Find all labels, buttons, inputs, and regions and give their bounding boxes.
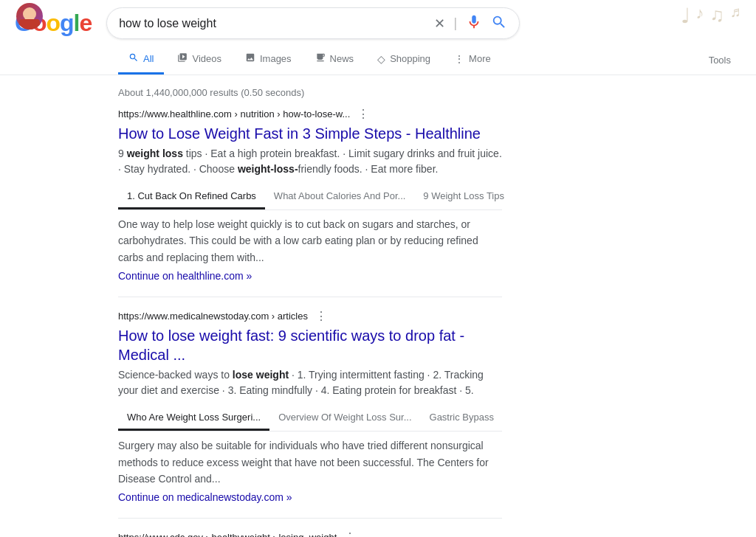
result-options-icon[interactable]: ⋮ xyxy=(344,530,356,537)
results-area: About 1,440,000,000 results (0.50 second… xyxy=(0,75,517,537)
tab-images-label: Images xyxy=(260,53,292,64)
continue-link[interactable]: Continue on healthline.com » xyxy=(118,270,252,282)
search-input[interactable]: how to lose weight xyxy=(119,17,426,30)
more-icon: ⋮ xyxy=(454,53,464,65)
result-url-text: https://www.cdc.gov › healthyweight › lo… xyxy=(118,532,337,537)
result-divider xyxy=(118,518,502,519)
result-title-link[interactable]: How to lose weight fast: 9 scientific wa… xyxy=(118,328,464,363)
result-snippet: 9 weight loss tips · Eat a high protein … xyxy=(118,146,502,177)
result-subtabs: Who Are Weight Loss Surgeri... Overview … xyxy=(118,406,502,432)
result-item: https://www.healthline.com › nutrition ›… xyxy=(118,107,502,282)
images-icon xyxy=(245,52,255,65)
tab-all[interactable]: All xyxy=(118,45,164,75)
subtab-gastric[interactable]: Gastric Bypass xyxy=(421,406,503,431)
videos-icon xyxy=(177,52,188,65)
subtab-calories[interactable]: What About Calories And Por... xyxy=(265,184,415,209)
result-body-text: One way to help lose weight quickly is t… xyxy=(118,216,502,266)
tab-images[interactable]: Images xyxy=(235,45,302,75)
music-notes-decoration: ♩ ♪ ♫ ♬ xyxy=(681,4,742,28)
tab-shopping[interactable]: ◇ Shopping xyxy=(367,46,441,75)
logo-avatar xyxy=(16,3,43,30)
results-count: About 1,440,000,000 results (0.50 second… xyxy=(118,81,502,107)
result-options-icon[interactable]: ⋮ xyxy=(315,309,327,323)
subtab-9tips[interactable]: 9 Weight Loss Tips xyxy=(414,184,513,209)
tools-button[interactable]: Tools xyxy=(698,47,741,73)
result-snippet: Science-backed ways to lose weight · 1. … xyxy=(118,367,502,398)
result-divider xyxy=(118,297,502,297)
result-url: https://www.cdc.gov › healthyweight › lo… xyxy=(118,530,502,537)
subtab-surgery[interactable]: Who Are Weight Loss Surgeri... xyxy=(118,406,269,431)
nav-tabs: All Videos Images News ◇ Shopping ⋮ More… xyxy=(0,39,756,75)
result-item: https://www.medicalnewstoday.com › artic… xyxy=(118,309,502,503)
tab-more-label: More xyxy=(469,53,491,64)
search-submit-icon[interactable] xyxy=(491,14,507,32)
result-url-text: https://www.medicalnewstoday.com › artic… xyxy=(118,311,308,322)
tab-shopping-label: Shopping xyxy=(390,53,430,64)
result-item: https://www.cdc.gov › healthyweight › lo… xyxy=(118,530,502,537)
result-url: https://www.healthline.com › nutrition ›… xyxy=(118,107,502,121)
all-icon xyxy=(128,52,139,65)
tab-news[interactable]: News xyxy=(305,45,365,75)
tab-more[interactable]: ⋮ More xyxy=(444,46,501,75)
tab-videos[interactable]: Videos xyxy=(167,45,232,75)
subtab-cut-back[interactable]: 1. Cut Back On Refined Carbs xyxy=(118,184,265,209)
divider-icon: | xyxy=(454,15,458,31)
result-subtabs: 1. Cut Back On Refined Carbs What About … xyxy=(118,184,502,210)
shopping-icon: ◇ xyxy=(377,53,385,65)
result-url-text: https://www.healthline.com › nutrition ›… xyxy=(118,108,350,119)
continue-link[interactable]: Continue on medicalnewstoday.com » xyxy=(118,491,292,503)
google-logo[interactable]: Google xyxy=(15,10,92,37)
result-body-text: Surgery may also be suitable for individ… xyxy=(118,437,502,487)
result-options-icon[interactable]: ⋮ xyxy=(357,107,369,121)
news-icon xyxy=(315,52,326,65)
clear-icon[interactable]: ✕ xyxy=(434,15,445,32)
result-url: https://www.medicalnewstoday.com › artic… xyxy=(118,309,502,323)
tab-videos-label: Videos xyxy=(192,53,221,64)
mic-icon[interactable] xyxy=(466,14,482,32)
tab-news-label: News xyxy=(330,53,354,64)
tab-all-label: All xyxy=(143,53,154,64)
header: Google how to lose weight ✕ | xyxy=(0,0,756,39)
subtab-overview[interactable]: Overview Of Weight Loss Sur... xyxy=(269,406,420,431)
search-icons: ✕ | xyxy=(434,14,508,32)
search-bar[interactable]: how to lose weight ✕ | xyxy=(106,7,520,39)
result-title-link[interactable]: How to Lose Weight Fast in 3 Simple Step… xyxy=(118,125,481,142)
